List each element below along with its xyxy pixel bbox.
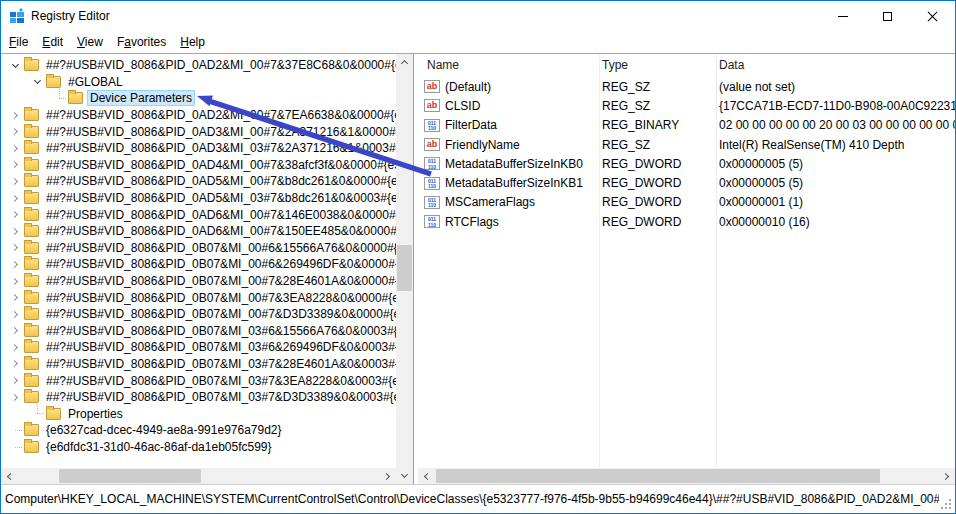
chevron-collapsed-icon[interactable] xyxy=(7,279,24,284)
vertical-scroll-thumb[interactable] xyxy=(397,245,412,291)
value-name-cell[interactable]: ab(Default) xyxy=(418,80,599,94)
scroll-left-button[interactable] xyxy=(1,468,18,484)
tree-item[interactable]: ##?#USB#VID_8086&PID_0B07&MI_00#7&3EA822… xyxy=(1,289,396,306)
tree-item-label[interactable]: ##?#USB#VID_8086&PID_0AD5&MI_03#7&b8dc26… xyxy=(43,190,396,206)
tree-item[interactable]: {e6dfdc31-31d0-46ac-86af-da1eb05fc599} xyxy=(1,439,396,456)
tree-item[interactable]: ##?#USB#VID_8086&PID_0B07&MI_00#6&15566A… xyxy=(1,240,396,257)
chevron-collapsed-icon[interactable] xyxy=(7,162,24,167)
value-name-cell[interactable]: 011110MetadataBufferSizeInKB0 xyxy=(418,157,599,171)
tree-item-label[interactable]: ##?#USB#VID_8086&PID_0AD3&MI_00#7&2A3712… xyxy=(43,124,396,140)
horizontal-scroll-thumb[interactable] xyxy=(59,469,201,483)
registry-value-row[interactable]: abCLSIDREG_SZ{17CCA71B-ECD7-11D0-B908-00… xyxy=(418,96,955,115)
tree-item[interactable]: ##?#USB#VID_8086&PID_0AD5&MI_00#7&b8dc26… xyxy=(1,173,396,190)
tree-item[interactable]: {e6327cad-dcec-4949-ae8a-991e976a79d2} xyxy=(1,422,396,439)
tree-item-label[interactable]: ##?#USB#VID_8086&PID_0B07&MI_03#7&3EA822… xyxy=(43,373,396,389)
tree-item[interactable]: #GLOBAL xyxy=(1,74,396,91)
tree-item[interactable]: ##?#USB#VID_8086&PID_0AD4&MI_00#7&38afcf… xyxy=(1,157,396,174)
tree-item-label[interactable]: ##?#USB#VID_8086&PID_0AD5&MI_00#7&b8dc26… xyxy=(43,173,396,189)
value-name-cell[interactable]: 011110MSCameraFlags xyxy=(418,195,599,209)
tree-item-label[interactable]: ##?#USB#VID_8086&PID_0B07&MI_03#6&15566A… xyxy=(43,323,396,339)
chevron-collapsed-icon[interactable] xyxy=(7,312,24,317)
tree-item-label[interactable]: Device Parameters xyxy=(87,90,195,106)
tree-item[interactable]: ##?#USB#VID_8086&PID_0AD2&MI_00#7&37E8C6… xyxy=(1,57,396,74)
minimize-button[interactable] xyxy=(820,1,865,31)
scroll-right-button[interactable] xyxy=(379,468,396,484)
chevron-collapsed-icon[interactable] xyxy=(7,113,24,118)
tree-horizontal-scrollbar[interactable] xyxy=(1,468,396,484)
value-name-cell[interactable]: 011110MetadataBufferSizeInKB1 xyxy=(418,176,599,190)
value-name-cell[interactable]: abFriendlyName xyxy=(418,138,599,152)
tree-item-label[interactable]: ##?#USB#VID_8086&PID_0B07&MI_03#6&269496… xyxy=(43,339,396,355)
column-header-data[interactable]: Data xyxy=(716,58,955,72)
scroll-up-button[interactable] xyxy=(396,54,413,71)
registry-value-row[interactable]: ab(Default)REG_SZ(value not set) xyxy=(418,77,955,96)
tree-item[interactable]: ##?#USB#VID_8086&PID_0AD3&MI_00#7&2A3712… xyxy=(1,123,396,140)
registry-value-row[interactable]: 011110RTCFlagsREG_DWORD0x00000010 (16) xyxy=(418,212,955,231)
values-horizontal-scrollbar[interactable] xyxy=(418,468,955,484)
tree-item-label[interactable]: ##?#USB#VID_8086&PID_0AD2&MI_00#7&7EA663… xyxy=(43,107,396,123)
tree-item-label[interactable]: ##?#USB#VID_8086&PID_0AD3&MI_03#7&2A3712… xyxy=(43,140,396,156)
tree-item-label[interactable]: ##?#USB#VID_8086&PID_0AD2&MI_00#7&37E8C6… xyxy=(43,57,396,73)
chevron-collapsed-icon[interactable] xyxy=(7,295,24,300)
tree-item-label[interactable]: ##?#USB#VID_8086&PID_0B07&MI_00#7&D3D338… xyxy=(43,306,396,322)
registry-value-row[interactable]: 011110FilterDataREG_BINARY02 00 00 00 00… xyxy=(418,116,955,135)
chevron-collapsed-icon[interactable] xyxy=(7,179,24,184)
tree-item[interactable]: ##?#USB#VID_8086&PID_0B07&MI_00#6&269496… xyxy=(1,256,396,273)
tree-item[interactable]: ##?#USB#VID_8086&PID_0AD2&MI_00#7&7EA663… xyxy=(1,107,396,124)
tree-item-label[interactable]: ##?#USB#VID_8086&PID_0AD6&MI_00#7&150EE4… xyxy=(43,223,396,239)
value-name-cell[interactable]: 011110FilterData xyxy=(418,118,599,132)
resize-grip-icon[interactable] xyxy=(941,499,952,510)
tree-item[interactable]: ##?#USB#VID_8086&PID_0AD5&MI_03#7&b8dc26… xyxy=(1,190,396,207)
tree-item[interactable]: ##?#USB#VID_8086&PID_0B07&MI_00#7&28E460… xyxy=(1,273,396,290)
tree-vertical-scrollbar[interactable] xyxy=(396,54,413,484)
chevron-expanded-icon[interactable] xyxy=(29,78,46,85)
tree-item[interactable]: ##?#USB#VID_8086&PID_0B07&MI_03#7&D3D338… xyxy=(1,389,396,406)
tree-item[interactable]: ##?#USB#VID_8086&PID_0AD3&MI_03#7&2A3712… xyxy=(1,140,396,157)
chevron-collapsed-icon[interactable] xyxy=(7,361,24,366)
tree-item[interactable]: ##?#USB#VID_8086&PID_0B07&MI_03#7&3EA822… xyxy=(1,372,396,389)
registry-value-row[interactable]: abFriendlyNameREG_SZIntel(R) RealSense(T… xyxy=(418,135,955,154)
chevron-collapsed-icon[interactable] xyxy=(7,212,24,217)
column-header-name[interactable]: Name xyxy=(418,58,599,72)
tree-item-label[interactable]: ##?#USB#VID_8086&PID_0B07&MI_03#7&28E460… xyxy=(43,356,396,372)
tree-item[interactable]: Device Parameters xyxy=(1,90,396,107)
chevron-collapsed-icon[interactable] xyxy=(7,146,24,151)
tree-item-label[interactable]: ##?#USB#VID_8086&PID_0B07&MI_00#6&269496… xyxy=(43,256,396,272)
tree-item[interactable]: ##?#USB#VID_8086&PID_0AD6&MI_00#7&146E00… xyxy=(1,206,396,223)
registry-value-row[interactable]: 011110MetadataBufferSizeInKB1REG_DWORD0x… xyxy=(418,173,955,192)
tree-item[interactable]: ##?#USB#VID_8086&PID_0B07&MI_03#7&28E460… xyxy=(1,356,396,373)
tree-item-label[interactable]: Properties xyxy=(65,406,126,422)
tree-item-label[interactable]: ##?#USB#VID_8086&PID_0B07&MI_00#7&3EA822… xyxy=(43,290,396,306)
tree-item[interactable]: ##?#USB#VID_8086&PID_0B07&MI_00#7&D3D338… xyxy=(1,306,396,323)
tree-item-label[interactable]: ##?#USB#VID_8086&PID_0AD6&MI_00#7&146E00… xyxy=(43,207,396,223)
tree-item-label[interactable]: {e6dfdc31-31d0-46ac-86af-da1eb05fc599} xyxy=(43,439,275,455)
tree-item-label[interactable]: ##?#USB#VID_8086&PID_0B07&MI_00#7&28E460… xyxy=(43,273,396,289)
menu-item-view[interactable]: View xyxy=(70,32,110,52)
tree-item-label[interactable]: ##?#USB#VID_8086&PID_0AD4&MI_00#7&38afcf… xyxy=(43,157,396,173)
value-name-cell[interactable]: abCLSID xyxy=(418,99,599,113)
tree-item[interactable]: ##?#USB#VID_8086&PID_0AD6&MI_00#7&150EE4… xyxy=(1,223,396,240)
maximize-button[interactable] xyxy=(865,1,910,31)
tree-item[interactable]: ##?#USB#VID_8086&PID_0B07&MI_03#6&15566A… xyxy=(1,323,396,340)
tree-item-label[interactable]: ##?#USB#VID_8086&PID_0B07&MI_03#7&D3D338… xyxy=(43,389,396,405)
tree-item-label[interactable]: {e6327cad-dcec-4949-ae8a-991e976a79d2} xyxy=(43,422,285,438)
close-button[interactable] xyxy=(910,1,955,31)
chevron-collapsed-icon[interactable] xyxy=(7,345,24,350)
menu-item-help[interactable]: Help xyxy=(173,32,212,52)
column-header-type[interactable]: Type xyxy=(599,58,716,72)
chevron-collapsed-icon[interactable] xyxy=(7,262,24,267)
registry-value-row[interactable]: 011110MetadataBufferSizeInKB0REG_DWORD0x… xyxy=(418,154,955,173)
tree-item[interactable]: Properties xyxy=(1,405,396,422)
horizontal-scroll-thumb[interactable] xyxy=(436,469,880,483)
chevron-collapsed-icon[interactable] xyxy=(7,129,24,134)
chevron-collapsed-icon[interactable] xyxy=(7,229,24,234)
menu-item-file[interactable]: File xyxy=(2,32,35,52)
chevron-collapsed-icon[interactable] xyxy=(7,245,24,250)
scroll-down-button[interactable] xyxy=(396,467,413,484)
scroll-right-button[interactable] xyxy=(938,468,955,484)
chevron-collapsed-icon[interactable] xyxy=(7,395,24,400)
tree-item[interactable]: ##?#USB#VID_8086&PID_0B07&MI_03#6&269496… xyxy=(1,339,396,356)
tree-item-label[interactable]: ##?#USB#VID_8086&PID_0B07&MI_00#6&15566A… xyxy=(43,240,396,256)
scroll-left-button[interactable] xyxy=(418,468,435,484)
chevron-collapsed-icon[interactable] xyxy=(7,328,24,333)
